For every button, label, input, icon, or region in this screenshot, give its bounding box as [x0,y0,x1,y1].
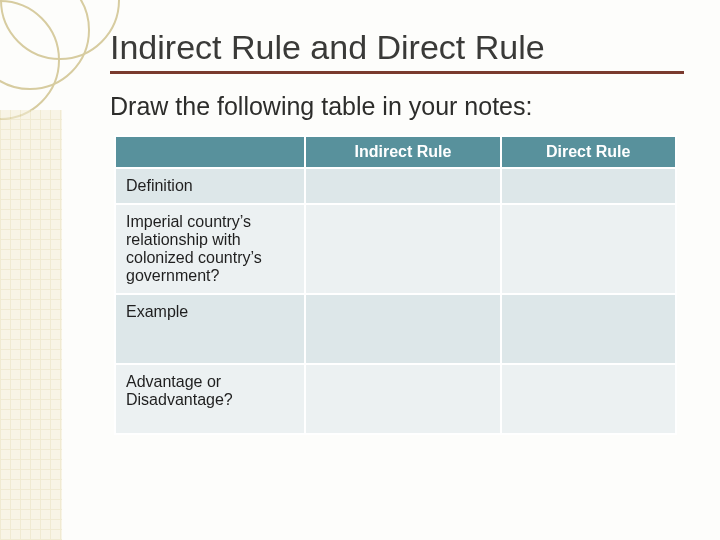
corner-rings-decor [0,0,120,120]
row-label-relationship: Imperial country’s relationship with col… [115,204,305,294]
page-title: Indirect Rule and Direct Rule [110,28,684,74]
row-label-example: Example [115,294,305,364]
cell [305,294,501,364]
cell [501,364,676,434]
cell [501,294,676,364]
row-label-definition: Definition [115,168,305,204]
cell [305,168,501,204]
table-row: Example [115,294,676,364]
table-header-direct: Direct Rule [501,136,676,168]
slide-content: Indirect Rule and Direct Rule Draw the f… [110,28,684,435]
table-header-indirect: Indirect Rule [305,136,501,168]
subtitle: Draw the following table in your notes: [110,92,684,121]
cell [305,364,501,434]
cell [501,204,676,294]
table-row: Advantage or Disadvantage? [115,364,676,434]
left-pattern-stripe [0,110,62,540]
table-row: Imperial country’s relationship with col… [115,204,676,294]
cell [305,204,501,294]
row-label-advantage: Advantage or Disadvantage? [115,364,305,434]
table-row: Definition [115,168,676,204]
table-header-blank [115,136,305,168]
comparison-table: Indirect Rule Direct Rule Definition Imp… [114,135,677,435]
cell [501,168,676,204]
